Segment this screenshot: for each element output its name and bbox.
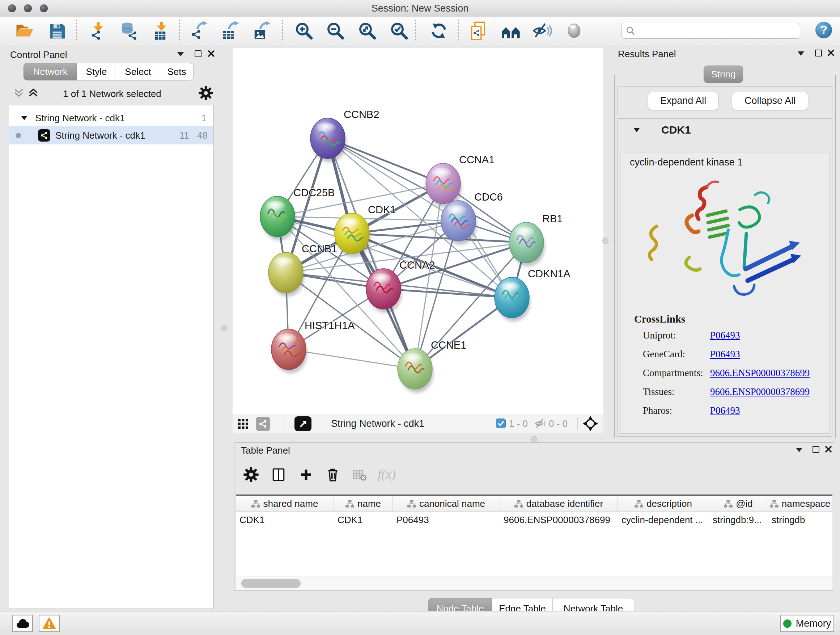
table-panel-float-icon[interactable] (813, 446, 819, 453)
add-column-button[interactable] (296, 464, 316, 485)
share-document-button[interactable] (467, 19, 490, 42)
refresh-view-button[interactable] (428, 19, 450, 42)
table-cell: stringdb (768, 512, 832, 528)
import-network-file-button[interactable] (87, 19, 109, 42)
help-button[interactable]: ? (815, 22, 832, 38)
search-field[interactable] (622, 23, 800, 39)
table-header-row: shared namenamecanonical namedatabase id… (236, 496, 832, 512)
save-session-button[interactable] (46, 19, 68, 42)
column-header-databaseidentifier[interactable]: database identifier (500, 496, 618, 511)
network-node-CCNE1[interactable]: CCNE1 (398, 339, 466, 393)
network-home-button[interactable] (500, 19, 522, 42)
delete-table-icon (352, 467, 367, 482)
zoom-selected-button[interactable] (388, 19, 410, 42)
results-panel-float-icon[interactable] (815, 50, 822, 57)
search-input[interactable] (636, 25, 796, 37)
network-node-CDK1[interactable]: CDK1 (335, 204, 396, 257)
table-panel-menu-icon[interactable] (796, 448, 802, 452)
node-label: CCNB1 (302, 243, 337, 255)
show-columns-button[interactable] (268, 464, 289, 485)
open-in-new-window-button[interactable] (294, 416, 311, 431)
show-all-button[interactable] (563, 19, 585, 42)
delete-column-button[interactable] (323, 464, 343, 485)
column-header-description[interactable]: description (618, 496, 709, 511)
export-network-button[interactable] (188, 19, 210, 42)
node-label: RB1 (542, 213, 562, 225)
tab-network[interactable]: Network (24, 63, 77, 80)
attribute-icon (635, 500, 643, 508)
network-collection-row[interactable]: String Network - cdk1 1 (9, 111, 213, 126)
crosslink-link[interactable]: P06493 (710, 330, 740, 341)
crosslink-link[interactable]: 9606.ENSP00000378699 (710, 367, 810, 379)
table-horizontal-scrollbar[interactable] (236, 576, 832, 590)
tab-style[interactable]: Style (77, 63, 116, 80)
show-grid-button[interactable] (236, 417, 250, 431)
column-header-canonicalname[interactable]: canonical name (393, 496, 500, 511)
control-panel-gear-icon[interactable] (198, 86, 213, 101)
attribute-icon (251, 500, 260, 508)
hide-selection-button[interactable] (531, 19, 554, 42)
gene-details: cyclin-dependent kinase 1 (620, 152, 830, 434)
gene-section-expander-icon[interactable] (634, 128, 639, 132)
network-label: String Network - cdk1 (55, 130, 145, 141)
memory-button[interactable]: Memory (780, 615, 834, 632)
plus-icon (299, 467, 313, 482)
network-node-CDKN1A[interactable]: CDKN1A (494, 268, 570, 321)
warning-icon (42, 617, 56, 630)
network-canvas[interactable]: CCNB2CCNA1CDC25BCDK1CDC6RB1CCNB1CCNA2CDK… (233, 48, 603, 414)
collection-expander-icon[interactable] (21, 116, 27, 120)
expand-all-tree-icon[interactable] (27, 88, 39, 98)
network-node-RB1[interactable]: RB1 (509, 213, 562, 266)
cloud-status-button[interactable] (12, 615, 33, 632)
export-table-button[interactable] (219, 19, 242, 42)
zoom-out-button[interactable] (324, 19, 347, 42)
import-table-file-button[interactable] (150, 19, 172, 42)
tab-sets[interactable]: Sets (160, 63, 194, 80)
toolbar-separator (415, 20, 416, 41)
tab-select[interactable]: Select (116, 63, 160, 80)
network-node-HIST1H1A[interactable]: HIST1H1A (271, 320, 355, 373)
control-panel-float-icon[interactable] (195, 50, 202, 57)
crosslink-link[interactable]: P06493 (710, 405, 740, 416)
birds-eye-view-icon[interactable] (583, 416, 598, 432)
table-panel-close-icon[interactable] (825, 446, 832, 453)
column-header-namespace[interactable]: namespace (768, 496, 832, 511)
separator (284, 417, 284, 431)
table-row[interactable]: CDK1CDK1P064939606.ENSP00000378699cyclin… (236, 512, 832, 528)
zoom-fit-button[interactable] (356, 19, 378, 42)
control-panel-menu-icon[interactable] (177, 52, 184, 57)
network-type-button[interactable] (256, 417, 270, 431)
control-panel-close-icon[interactable] (208, 50, 215, 57)
network-row-selected[interactable]: String Network - cdk1 11 48 (9, 126, 213, 144)
column-header-sharedname[interactable]: shared name (236, 496, 334, 511)
column-header-id[interactable]: @id (709, 496, 768, 511)
results-panel-close-icon[interactable] (827, 49, 835, 57)
open-session-button[interactable] (13, 19, 36, 42)
scrollbar-thumb[interactable] (241, 579, 301, 588)
column-header-name[interactable]: name (334, 496, 393, 511)
export-image-button[interactable] (251, 19, 273, 42)
selected-checkbox-icon[interactable] (496, 418, 506, 428)
expand-collapse-section: Expand All Collapse All (617, 86, 832, 115)
houses-icon (501, 21, 521, 41)
zoom-in-button[interactable] (293, 19, 315, 42)
network-node-CCNB1[interactable]: CCNB1 (268, 243, 337, 296)
export-image-icon (252, 21, 272, 41)
bottom-splitter-handle[interactable] (531, 436, 537, 442)
attribute-icon (515, 500, 523, 508)
grid-icon (238, 418, 248, 429)
crosslink-link[interactable]: P06493 (710, 348, 740, 360)
collapse-all-button[interactable]: Collapse All (732, 92, 808, 110)
expand-all-button[interactable]: Expand All (648, 92, 718, 110)
results-panel-menu-icon[interactable] (798, 51, 804, 56)
crosslink-link[interactable]: 9606.ENSP00000378699 (710, 386, 810, 397)
tab-string[interactable]: String (704, 65, 743, 83)
warnings-button[interactable] (39, 615, 60, 632)
table-settings-button[interactable] (241, 464, 261, 485)
left-splitter-handle[interactable] (221, 325, 227, 331)
import-network-database-button[interactable] (117, 19, 140, 42)
gene-name: CDK1 (661, 124, 691, 136)
attribute-icon (770, 500, 778, 508)
collapse-all-tree-icon[interactable] (13, 88, 25, 98)
gene-description: cyclin-dependent kinase 1 (630, 157, 743, 168)
